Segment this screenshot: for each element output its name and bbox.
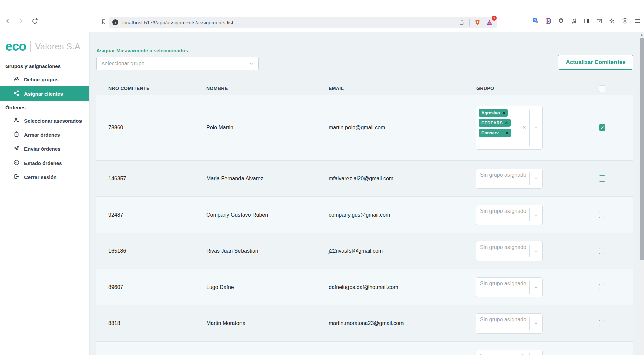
row-checkbox[interactable]: [599, 320, 605, 326]
chevron-down-icon[interactable]: [530, 172, 542, 186]
group-select[interactable]: Sin grupo asignado: [476, 205, 543, 225]
wallet-icon[interactable]: [595, 17, 604, 25]
sidebar-item-definir-grupos[interactable]: Definir grupos: [0, 72, 89, 86]
cell-nro-comitente: 89607: [96, 284, 197, 290]
sidebar-item-cerrar-sesion[interactable]: Cerrar sesión: [0, 170, 89, 184]
cell-nro-comitente: 92487: [96, 212, 197, 218]
group-tag-label: Agresivo: [481, 110, 500, 115]
clipboard-icon: [13, 131, 20, 138]
group-select[interactable]: Sin grupo asignado: [476, 350, 543, 355]
cell-nombre: Lugo Dafne: [197, 284, 319, 290]
cell-nro-comitente: 165186: [96, 248, 197, 254]
group-select[interactable]: Sin grupo asignado: [476, 169, 543, 189]
bulk-group-select[interactable]: seleccionar grupo: [96, 57, 259, 70]
cell-checkbox: [591, 248, 633, 254]
sidebar-item-label: Cerrar sesión: [24, 174, 57, 180]
share-icon[interactable]: [457, 18, 466, 27]
url-text[interactable]: localhost:5173/app/assignments/assignmen…: [122, 20, 233, 25]
table-header: NRO COMITENTE NOMBRE EMAIL GRUPO: [96, 82, 633, 95]
row-checkbox[interactable]: [599, 284, 605, 290]
row-checkbox[interactable]: [599, 248, 605, 254]
shield-wifi-icon[interactable]: [621, 17, 629, 25]
tag-remove-icon[interactable]: ×: [503, 110, 505, 115]
chevron-down-icon[interactable]: [530, 244, 542, 258]
chevron-down-icon[interactable]: [530, 280, 542, 294]
cell-checkbox: [591, 284, 633, 290]
cell-nombre: Polo Martin: [197, 125, 319, 131]
page-scrollbar[interactable]: ▲: [639, 32, 644, 355]
reload-button[interactable]: [30, 17, 39, 25]
sidebar-item-estado-ordenes[interactable]: Estado órdenes: [0, 156, 89, 170]
back-button[interactable]: [3, 17, 12, 25]
translate-icon[interactable]: G: [531, 17, 540, 25]
site-info-icon[interactable]: i: [112, 19, 118, 25]
logo-primary: eco: [5, 41, 26, 52]
tag-remove-icon[interactable]: ×: [505, 120, 508, 125]
blob-extension-icon[interactable]: [557, 17, 566, 25]
cell-nombre: Rivas Juan Sebastian: [197, 248, 319, 254]
row-checkbox[interactable]: ✓: [599, 124, 605, 131]
status-check-icon: [13, 159, 20, 167]
update-comitentes-button[interactable]: Actualizar Comitentes: [558, 55, 633, 70]
table-row: 165186Rivas Juan Sebastianj22rivasfsf@gm…: [96, 233, 633, 269]
cell-email: martin.polo@gmail.com: [319, 125, 467, 131]
clear-selection-icon[interactable]: ×: [519, 124, 529, 131]
chevron-down-icon[interactable]: [530, 208, 542, 222]
group-select[interactable]: Sin grupo asignado: [476, 277, 543, 297]
sidebar-item-armar-ordenes[interactable]: Armar órdenes: [0, 128, 89, 142]
brave-shield-icon[interactable]: [473, 18, 482, 27]
assignments-table: NRO COMITENTE NOMBRE EMAIL GRUPO 78860Po…: [96, 82, 633, 355]
sidebar-item-asignar-clientes[interactable]: Asignar clientes: [0, 86, 89, 101]
logo: eco Valores S.A: [0, 32, 89, 59]
cell-checkbox: [591, 175, 633, 182]
sidebar-item-label: Asignar clientes: [24, 91, 63, 97]
music-icon[interactable]: [570, 17, 578, 25]
cell-grupo: Sin grupo asignado: [467, 277, 591, 297]
extension-alert-icon[interactable]: 1: [485, 18, 494, 27]
share-network-icon: [13, 90, 20, 97]
cell-email: martin.moratona23@gmail.com: [319, 320, 467, 326]
table-row: 8818Martin Moratonamartin.moratona23@gma…: [96, 305, 633, 342]
sparkle-icon[interactable]: [608, 17, 616, 25]
header-grupo: GRUPO: [467, 86, 591, 91]
group-select[interactable]: Sin grupo asignado: [476, 241, 543, 261]
header-nro-comitente: NRO COMITENTE: [96, 86, 197, 91]
group-select-placeholder: Sin grupo asignado: [480, 244, 529, 258]
group-select-placeholder: Sin grupo asignado: [480, 172, 529, 186]
striped-extension-icon[interactable]: [544, 17, 553, 25]
url-bar[interactable]: i localhost:5173/app/assignments/assignm…: [109, 17, 497, 28]
sidebar-item-label: Armar órdenes: [24, 132, 60, 138]
group-tag: Agresivo×: [479, 109, 508, 117]
bookmark-icon[interactable]: [99, 17, 108, 26]
extension-badge: 1: [492, 16, 497, 21]
group-tag: CEDEARS×: [479, 119, 511, 127]
sidebar-toggle-icon[interactable]: [582, 17, 591, 25]
cell-grupo: Agresivo×CEDEARS×Conserv…××: [467, 106, 591, 150]
cell-email: j22rivasfsf@gmail.com: [319, 248, 467, 254]
row-checkbox[interactable]: [599, 175, 605, 182]
cell-grupo: Sin grupo asignado: [467, 241, 591, 261]
sidebar-item-seleccionar-asesorados[interactable]: Seleccionar asesorados: [0, 114, 89, 128]
sidebar-item-enviar-ordenes[interactable]: Enviar órdenes: [0, 142, 89, 156]
app-viewport: eco Valores S.A Grupos y asignaciones De…: [0, 32, 639, 355]
row-checkbox[interactable]: [599, 212, 605, 218]
table-row: 78860Polo Martinmartin.polo@gmail.comAgr…: [96, 95, 633, 161]
cell-checkbox: ✓: [591, 124, 633, 131]
cell-grupo: Sin grupo asignado: [467, 205, 591, 225]
group-tag: Conserv…×: [479, 129, 511, 137]
chevron-down-icon[interactable]: [530, 316, 542, 330]
header-nombre: NOMBRE: [197, 86, 319, 91]
cell-nombre: Martin Moratona: [197, 320, 319, 326]
bottom-strip: [0, 355, 644, 362]
scrollbar-up-arrow[interactable]: ▲: [639, 32, 644, 37]
scrollbar-thumb[interactable]: [640, 38, 644, 260]
group-multiselect[interactable]: Agresivo×CEDEARS×Conserv…××: [476, 106, 543, 150]
tag-remove-icon[interactable]: ×: [506, 130, 508, 135]
forward-button[interactable]: [17, 17, 25, 25]
group-select-placeholder: seleccionar grupo: [102, 61, 144, 67]
menu-icon[interactable]: [633, 17, 642, 25]
cell-nro-comitente: 78860: [96, 125, 197, 131]
chevron-down-icon[interactable]: [530, 109, 542, 146]
group-select[interactable]: Sin grupo asignado: [476, 313, 543, 334]
select-all-checkbox[interactable]: [599, 85, 605, 92]
